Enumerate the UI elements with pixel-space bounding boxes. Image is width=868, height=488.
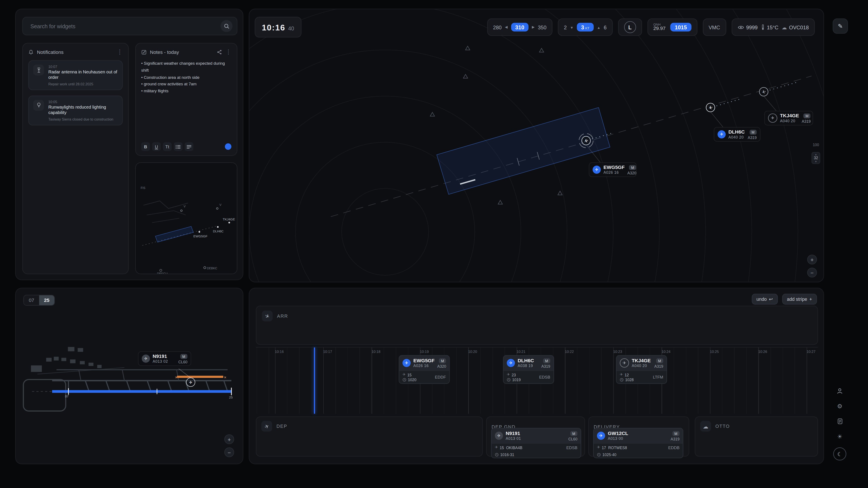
altitude-speed: A040 20 xyxy=(728,135,745,140)
flight-strip-tkj4ge[interactable]: ✈ TKJ4GE A040 20 M A319 ✈12 1028 L xyxy=(616,355,667,384)
clock-icon xyxy=(507,378,511,382)
ground-label-n9191[interactable]: ✈ N9191 A013 02 M CL60 xyxy=(138,351,191,366)
search-icon[interactable] xyxy=(220,20,232,32)
log-icon[interactable] xyxy=(835,417,844,426)
zoom-out-button[interactable]: − xyxy=(224,447,234,457)
callsign: DLH6C xyxy=(518,358,534,364)
minimap-card[interactable]: FIS V V TKJ4GE DLH6C EWG5GF DEBKC RESGU xyxy=(135,162,238,274)
flight-strip-n9191[interactable]: ✈ N9191 A013 01 M CL60 ✈15 OKIBA4B EDSB xyxy=(491,428,581,458)
strip-board-panel: undo↩ add stripe+ ✈ ARR 10:16 10:17 10:1… xyxy=(249,288,824,464)
aircraft-icon: ✈ xyxy=(142,355,150,363)
otto-lane[interactable]: ☁ OTTO xyxy=(695,417,818,457)
notifications-card: Notifications ⋮ 10:07 Radar antenna in N… xyxy=(22,43,129,274)
search-input[interactable] xyxy=(29,23,220,30)
zoom-in-button[interactable]: + xyxy=(224,434,234,444)
runway-option-25[interactable]: 25 xyxy=(39,295,54,305)
bullet-list-button[interactable] xyxy=(185,142,193,151)
dark-mode-toggle[interactable]: ☾ xyxy=(833,447,846,460)
radar-map[interactable]: ✈ ✈ ✈ xyxy=(249,9,824,283)
departure-plane-icon: ✈ xyxy=(261,421,272,432)
eta-value: 1028 xyxy=(625,378,634,382)
delivery-lane[interactable]: DELIVERY ✈ GW12CL A013 00 M A319 ✈17 ROT… xyxy=(588,417,689,457)
departures-lane[interactable]: ✈ DEP xyxy=(256,417,483,457)
wind-speed-current[interactable]: 3KT xyxy=(577,23,594,32)
brightness-icon[interactable]: ☀ xyxy=(835,432,844,441)
notes-format-toolbar: B U Tt xyxy=(141,142,231,151)
runway-value: 15 xyxy=(407,373,411,377)
clock-seconds: 40 xyxy=(288,26,294,32)
arrival-timeline[interactable]: 10:16 10:17 10:18 10:19 10:20 10:21 10:2… xyxy=(256,347,818,414)
aircraft-type: A320 xyxy=(437,364,446,368)
runway-designator-chip[interactable]: L xyxy=(618,19,642,36)
arrivals-lane[interactable]: ✈ ARR xyxy=(256,306,818,345)
notification-time: 10:05 xyxy=(49,100,118,104)
underline-button[interactable]: U xyxy=(152,142,161,151)
wind-dir-current[interactable]: 310 xyxy=(511,23,529,32)
step-up-icon[interactable]: ▴ xyxy=(815,153,816,156)
wind-speed-chip[interactable]: 2 ▼ 3KT ▲ 6 xyxy=(558,19,613,36)
aircraft-type: CL60 xyxy=(568,437,578,441)
notification-subtitle: Repair work until 28.02.2025 xyxy=(49,82,118,86)
flight-strip-gw12cl[interactable]: ✈ GW12CL A013 00 M A319 ✈17 ROTWES8 EDDB xyxy=(593,428,683,458)
flight-strip-ewg5gf[interactable]: ✈ EWG5GF A026 16 M A320 ✈15 1020 E xyxy=(399,355,450,384)
note-bullet: military flights xyxy=(141,88,231,95)
zoom-out-button[interactable]: − xyxy=(807,268,817,278)
edit-layout-button[interactable]: ✎ xyxy=(833,19,848,34)
wtc-badge: M xyxy=(180,354,187,359)
aircraft-icon: ✈ xyxy=(495,432,503,440)
notes-card: Notes - today ⋮ Significant weather chan… xyxy=(135,43,238,156)
bold-button[interactable]: B xyxy=(141,142,150,151)
ceiling-value: OVC018 xyxy=(789,24,809,30)
minimap[interactable]: FIS V V TKJ4GE DLH6C EWG5GF DEBKC RESGU xyxy=(136,163,238,274)
timeline-tick: 10:27 xyxy=(807,350,816,354)
radar-label-tkj4ge[interactable]: ✈ TKJ4GE A040 20 M A319 xyxy=(764,111,813,126)
runway-value: 15 xyxy=(500,446,504,450)
destination-airport: EDSB xyxy=(566,445,577,450)
callsign: EWG5GF xyxy=(603,165,625,170)
minimap-fix-label: RESGU xyxy=(157,272,168,274)
user-icon[interactable] xyxy=(835,387,844,395)
runway-value: 17 xyxy=(602,446,606,450)
settings-icon[interactable]: ⚙ xyxy=(835,402,844,411)
runway-icon: ✈ xyxy=(620,372,623,377)
wind-direction-chip[interactable]: 280 ◀ 310 ▶ 350 xyxy=(487,19,553,36)
range-stepper[interactable]: ▴ 32 ▾ xyxy=(812,152,820,164)
undo-button[interactable]: undo↩ xyxy=(751,294,778,305)
aircraft-symbol-tkj4ge[interactable]: ✈ xyxy=(760,88,768,96)
notifications-menu-icon[interactable]: ⋮ xyxy=(117,49,123,55)
timeline-tick: 10:23 xyxy=(613,350,622,354)
notes-title: Notes - today xyxy=(150,49,179,55)
zoom-in-button[interactable]: + xyxy=(807,255,817,264)
step-down-icon[interactable]: ▾ xyxy=(815,160,816,163)
add-stripe-button[interactable]: add stripe+ xyxy=(782,294,817,305)
airport-diagram[interactable]: ✕ ✕ ✈ 07 25 xyxy=(16,288,244,464)
flight-strip-dlh6c[interactable]: ✈ DLH6C A038 19 M A319 ✈23 1019 ED xyxy=(503,355,554,384)
qnh-hpa[interactable]: 1015 xyxy=(671,23,691,32)
qnh-chip[interactable]: QNH 29.97 1015 xyxy=(647,19,697,36)
altitude-speed: A013 01 xyxy=(506,436,521,441)
share-icon[interactable] xyxy=(217,49,222,55)
notes-menu-icon[interactable]: ⋮ xyxy=(225,49,231,55)
runway-designator[interactable]: L xyxy=(624,21,636,33)
aircraft-icon: ✈ xyxy=(620,358,629,368)
notification-item[interactable]: 10:05 Runwaylights reduced lighting capa… xyxy=(28,95,123,125)
bulb-icon xyxy=(33,100,44,110)
dep-ground-lane[interactable]: DEP GND ✈ N9191 A013 01 M CL60 ✈15 OKIBA… xyxy=(486,417,585,457)
aircraft-symbol-n9191[interactable]: ✈ xyxy=(186,378,195,387)
flight-conditions-chip[interactable]: VMC xyxy=(703,19,726,36)
aircraft-symbol-dlh6c[interactable]: ✈ xyxy=(706,103,715,112)
radar-label-ewg5gf[interactable]: ✈ EWG5GF A026 16 M A320 xyxy=(589,162,637,177)
notification-item[interactable]: 10:07 Radar antenna in Neuhausen out of … xyxy=(28,60,123,90)
cloud-icon: ☁ xyxy=(782,24,787,30)
numbered-list-button[interactable] xyxy=(174,142,183,151)
runway-value: 12 xyxy=(625,373,629,377)
runway-option-07[interactable]: 07 xyxy=(24,295,39,305)
metar-chip[interactable]: 9999 15°C ☁ OVC018 xyxy=(732,19,815,36)
clock-icon xyxy=(620,378,624,382)
radar-label-dlh6c[interactable]: ✈ DLH6C A040 20 M A319 xyxy=(714,127,761,142)
runway-icon: ✈ xyxy=(597,445,600,450)
text-size-button[interactable]: Tt xyxy=(163,142,172,151)
atc-tower-app: Notifications ⋮ 10:07 Radar antenna in N… xyxy=(0,0,868,488)
color-swatch-button[interactable] xyxy=(225,143,231,150)
temperature-value: 15°C xyxy=(767,24,778,30)
